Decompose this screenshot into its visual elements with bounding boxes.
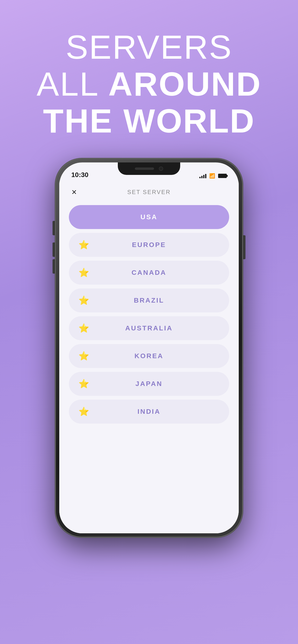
- star-icon: ⭐: [78, 296, 89, 306]
- status-icons: 📶: [199, 173, 227, 179]
- signal-icon: [199, 174, 206, 178]
- headline-line3: THE WORLD: [37, 102, 261, 140]
- close-button[interactable]: ×: [69, 187, 79, 198]
- server-name: USA: [140, 213, 158, 221]
- headline-line2: ALL AROUND: [37, 66, 261, 102]
- server-name: INDIA: [137, 408, 161, 416]
- status-time: 10:30: [71, 171, 89, 179]
- star-icon: ⭐: [78, 323, 89, 333]
- server-name: EUROPE: [132, 241, 166, 249]
- app-title: SET SERVER: [127, 189, 171, 196]
- server-name: BRAZIL: [134, 296, 164, 304]
- server-item-japan[interactable]: ⭐JAPAN: [69, 372, 229, 396]
- server-list: USA⭐EUROPE⭐CANADA⭐BRAZIL⭐AUSTRALIA⭐KOREA…: [59, 200, 239, 428]
- server-item-australia[interactable]: ⭐AUSTRALIA: [69, 316, 229, 340]
- app-content: × SET SERVER USA⭐EUROPE⭐CANADA⭐BRAZIL⭐AU…: [59, 182, 239, 533]
- server-item-canada[interactable]: ⭐CANADA: [69, 261, 229, 284]
- server-item-usa[interactable]: USA: [69, 205, 229, 229]
- server-item-korea[interactable]: ⭐KOREA: [69, 344, 229, 368]
- star-icon: ⭐: [78, 351, 89, 361]
- wifi-icon: 📶: [209, 173, 215, 179]
- server-name: KOREA: [134, 352, 163, 360]
- server-name: AUSTRALIA: [125, 324, 173, 332]
- notch-speaker: [135, 168, 154, 170]
- server-item-europe[interactable]: ⭐EUROPE: [69, 233, 229, 257]
- star-icon: ⭐: [78, 268, 89, 278]
- server-name: JAPAN: [135, 380, 163, 388]
- server-name: CANADA: [131, 269, 166, 276]
- star-icon: ⭐: [78, 406, 89, 417]
- star-icon: ⭐: [78, 379, 89, 389]
- headline-line1: SERVERS: [37, 29, 261, 66]
- server-item-brazil[interactable]: ⭐BRAZIL: [69, 288, 229, 312]
- headline-line2-normal: ALL: [37, 65, 108, 103]
- headline-line2-bold: AROUND: [108, 65, 261, 103]
- battery-icon: [218, 174, 227, 178]
- star-icon: ⭐: [78, 240, 89, 250]
- notch-camera: [159, 166, 163, 171]
- app-header: × SET SERVER: [59, 182, 239, 200]
- phone-body: 10:30 📶 × SET SERVER: [55, 158, 243, 537]
- phone-mockup: 10:30 📶 × SET SERVER: [55, 158, 243, 537]
- server-item-india[interactable]: ⭐INDIA: [69, 400, 229, 424]
- phone-screen: 10:30 📶 × SET SERVER: [59, 162, 239, 533]
- phone-notch: [118, 162, 180, 175]
- headline-section: SERVERS ALL AROUND THE WORLD: [22, 29, 276, 140]
